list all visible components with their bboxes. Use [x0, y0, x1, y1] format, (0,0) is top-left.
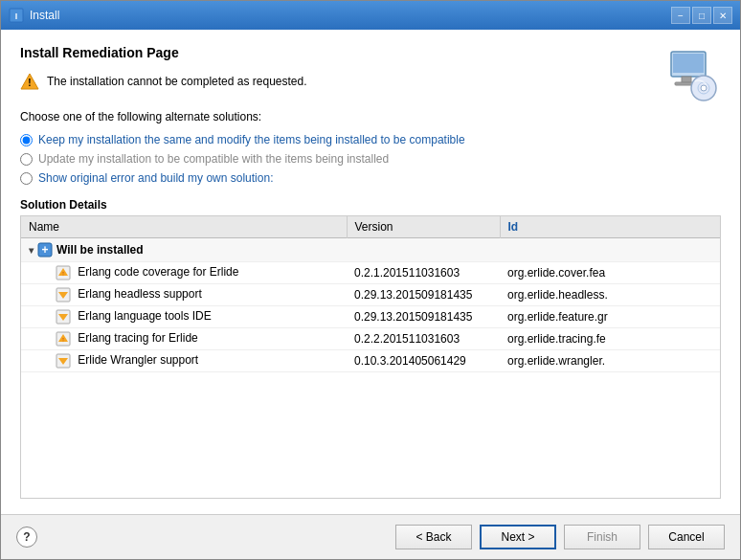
expand-icon[interactable]: ▾ — [29, 245, 34, 256]
back-button[interactable]: < Back — [395, 525, 472, 549]
solution-details-label: Solution Details — [20, 198, 721, 212]
bottom-right: < Back Next > Finish Cancel — [395, 525, 725, 549]
group-icon: + — [37, 242, 53, 258]
choose-label: Choose one of the following alternate so… — [20, 110, 721, 123]
row-id-1: org.erlide.cover.fea — [500, 262, 720, 284]
header-left: Install Remediation Page ! The installat… — [20, 45, 652, 106]
cancel-button[interactable]: Cancel — [648, 525, 725, 549]
row-name-1: ↑ Erlang code coverage for Erlide — [21, 262, 347, 284]
row-id-5: org.erlide.wrangler. — [500, 350, 720, 372]
title-bar-text: Install — [30, 9, 671, 22]
radio-3[interactable] — [20, 172, 33, 185]
row-icon-5 — [56, 353, 71, 369]
radio-1[interactable] — [20, 134, 33, 146]
row-version-2: 0.29.13.201509181435 — [347, 284, 500, 306]
row-version-3: 0.29.13.201509181435 — [347, 306, 500, 328]
table-row: ↑ Erlang tracing for Erlide 0.2.2.201511… — [21, 328, 720, 350]
header-icon-area — [652, 45, 721, 106]
table-row: Erlang language tools IDE 0.29.13.201509… — [21, 306, 720, 328]
minimize-button[interactable]: − — [671, 7, 690, 24]
row-name-5: Erlide Wrangler support — [21, 350, 347, 372]
radio-group: Keep my installation the same and modify… — [20, 133, 721, 185]
row-icon-3 — [56, 309, 71, 325]
table-header-row: Name Version Id — [21, 216, 720, 238]
solution-table: Name Version Id ▾ + — [21, 216, 720, 372]
table-row: ↑ Erlang code coverage for Erlide 0.2.1.… — [21, 262, 720, 284]
row-id-4: org.erlide.tracing.fe — [500, 328, 720, 350]
col-header-version: Version — [347, 216, 500, 238]
svg-point-9 — [701, 85, 707, 91]
radio-item-1[interactable]: Keep my installation the same and modify… — [20, 133, 721, 146]
group-row: ▾ + Will be installed — [21, 238, 720, 262]
title-bar-controls: − □ ✕ — [671, 7, 732, 24]
svg-text:↑: ↑ — [61, 270, 65, 277]
svg-text:+: + — [41, 243, 48, 257]
main-content: Install Remediation Page ! The installat… — [1, 30, 740, 514]
row-name-3: Erlang language tools IDE — [21, 306, 347, 328]
svg-rect-5 — [673, 54, 704, 73]
header-section: Install Remediation Page ! The installat… — [20, 45, 721, 106]
svg-text:I: I — [15, 11, 18, 21]
warning-text: The installation cannot be completed as … — [47, 75, 307, 88]
install-window: I Install − □ ✕ Install Remediation Page… — [0, 0, 741, 560]
group-header: ▾ + Will be installed — [21, 238, 720, 261]
radio-label-1[interactable]: Keep my installation the same and modify… — [38, 133, 465, 146]
table-row: Erlang headless support 0.29.13.20150918… — [21, 284, 720, 306]
radio-2[interactable] — [20, 153, 33, 166]
svg-text:!: ! — [28, 78, 31, 88]
row-icon-4: ↑ — [56, 331, 71, 347]
bottom-bar: ? < Back Next > Finish Cancel — [1, 514, 740, 559]
warning-icon: ! — [20, 72, 39, 91]
row-id-3: org.erlide.feature.gr — [500, 306, 720, 328]
warning-row: ! The installation cannot be completed a… — [20, 72, 652, 91]
row-icon-1: ↑ — [56, 265, 71, 280]
close-button[interactable]: ✕ — [713, 7, 732, 24]
row-version-1: 0.2.1.201511031603 — [347, 262, 500, 284]
finish-button[interactable]: Finish — [564, 525, 640, 549]
svg-rect-6 — [682, 77, 691, 82]
radio-label-3[interactable]: Show original error and build my own sol… — [38, 171, 273, 185]
page-title: Install Remediation Page — [20, 45, 652, 60]
row-icon-2 — [56, 287, 71, 302]
row-version-4: 0.2.2.201511031603 — [347, 328, 500, 350]
row-name-4: ↑ Erlang tracing for Erlide — [21, 328, 347, 350]
title-bar-icon: I — [9, 8, 24, 23]
next-button[interactable]: Next > — [480, 525, 556, 549]
radio-item-2[interactable]: Update my installation to be compatible … — [20, 152, 721, 166]
svg-text:↑: ↑ — [61, 336, 65, 343]
solution-table-wrapper[interactable]: Name Version Id ▾ + — [20, 215, 721, 499]
radio-item-3[interactable]: Show original error and build my own sol… — [20, 171, 721, 185]
help-button[interactable]: ? — [16, 526, 37, 548]
col-header-id: Id — [500, 216, 720, 238]
bottom-left: ? — [16, 526, 37, 548]
radio-label-2[interactable]: Update my installation to be compatible … — [38, 152, 389, 166]
title-bar: I Install − □ ✕ — [1, 1, 740, 30]
group-label: Will be installed — [56, 243, 144, 257]
maximize-button[interactable]: □ — [692, 7, 711, 24]
table-row: Erlide Wrangler support 0.10.3.201405061… — [21, 350, 720, 372]
col-header-name: Name — [21, 216, 347, 238]
row-version-5: 0.10.3.201405061429 — [347, 350, 500, 372]
row-id-2: org.erlide.headless. — [500, 284, 720, 306]
row-name-2: Erlang headless support — [21, 284, 347, 306]
